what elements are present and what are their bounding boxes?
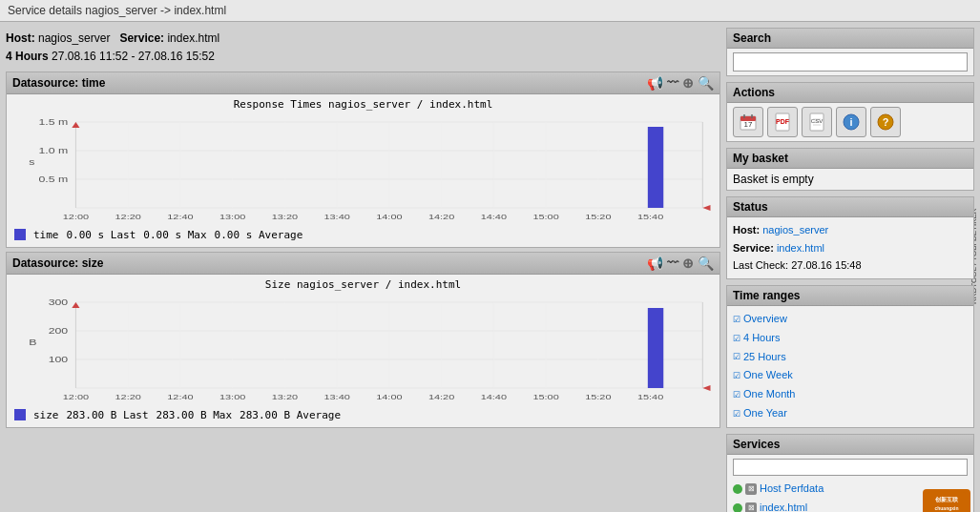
host-value: nagios_server	[38, 31, 110, 45]
svg-text:14:00: 14:00	[376, 393, 402, 401]
datasource-time-header: Datasource: time 📢 〰 ⊕ 🔍	[7, 72, 719, 94]
svg-text:12:00: 12:00	[63, 393, 89, 401]
title-text: Service details nagios_server -> index.h…	[8, 4, 226, 17]
svg-text:14:20: 14:20	[428, 393, 454, 401]
plus-icon-2[interactable]: ⊕	[682, 256, 694, 271]
svg-text:i: i	[849, 116, 852, 128]
datasource-time-box: Datasource: time 📢 〰 ⊕ 🔍 Response Times …	[6, 72, 720, 248]
megaphone-icon[interactable]: 📢	[647, 75, 663, 91]
service-value: index.html	[167, 31, 219, 45]
size-chart-title: Size nagios_server / index.html	[10, 278, 716, 291]
status-service-link[interactable]: index.html	[777, 242, 824, 254]
svg-text:15:20: 15:20	[585, 213, 611, 221]
svg-text:14:20: 14:20	[428, 213, 454, 221]
time-ranges-list: ☑ Overview ☑ 4 Hours ☑ 25 Hours ☑ One We…	[727, 306, 973, 427]
time-legend-color	[14, 229, 26, 240]
status-header: Status	[727, 197, 973, 217]
svg-marker-34	[72, 122, 79, 128]
status-body: Host: nagios_server Service: index.html …	[727, 217, 973, 278]
list-item: ☑ One Month	[733, 385, 968, 404]
size-legend-name: size	[33, 409, 59, 421]
wave-icon[interactable]: 〰	[667, 76, 678, 90]
svg-text:CSV: CSV	[811, 118, 823, 124]
time-chart-title: Response Times nagios_server / index.htm…	[10, 98, 716, 111]
svg-text:300: 300	[49, 297, 69, 307]
datasource-time-content: Response Times nagios_server / index.htm…	[7, 94, 719, 247]
pdf-button[interactable]: PDF	[767, 107, 798, 137]
datasource-time-label: Datasource: time	[12, 76, 105, 90]
tr-one-month[interactable]: ☑ One Month	[733, 385, 968, 404]
svg-text:13:00: 13:00	[219, 393, 245, 401]
search-body	[727, 49, 973, 75]
list-item: ☑ 4 Hours	[733, 329, 968, 348]
service-index-html[interactable]: index.html	[760, 499, 807, 512]
svg-text:15:00: 15:00	[532, 213, 558, 221]
datasource-size-label: Datasource: size	[12, 256, 103, 270]
list-item: ☑ Overview	[733, 310, 968, 329]
info-button[interactable]: i	[836, 107, 866, 137]
time-legend-last: 0.00 s Last	[67, 229, 136, 241]
status-green-dot-2	[733, 503, 742, 512]
svg-text:s: s	[29, 157, 34, 167]
size-legend-last: 283.00 B Last	[67, 409, 149, 421]
size-chart-svg: 300 200 100 B 12:00 12:20 12:40 13:00 13…	[10, 293, 716, 407]
svg-rect-71	[648, 308, 663, 388]
zoom-icon-2[interactable]: 🔍	[698, 256, 714, 271]
service-host-perfdata[interactable]: Host Perfdata	[760, 480, 824, 499]
time-chart-wrapper: 1.5 m 1.0 m 0.5 m s 12:00 12:20 12:40 13…	[10, 113, 716, 227]
svg-text:12:20: 12:20	[115, 213, 140, 221]
status-host-link[interactable]: nagios_server	[762, 224, 828, 236]
datasource-size-box: Datasource: size 📢 〰 ⊕ 🔍 Size nagios_ser…	[6, 252, 720, 428]
list-item: ☑ One Week	[733, 366, 968, 385]
services-search-input[interactable]	[733, 459, 968, 476]
tr-one-week[interactable]: ☑ One Week	[733, 366, 968, 385]
csv-button[interactable]: CSV	[802, 107, 832, 137]
svg-text:17: 17	[744, 120, 753, 129]
search-header: Search	[727, 29, 973, 49]
status-green-dot	[733, 484, 742, 494]
megaphone-icon-2[interactable]: 📢	[647, 256, 663, 271]
services-header: Services	[727, 435, 973, 455]
svg-text:15:20: 15:20	[585, 393, 611, 401]
svg-marker-33	[702, 205, 710, 211]
svg-text:B: B	[29, 338, 36, 347]
size-legend-max: 283.00 B Max	[156, 409, 232, 421]
actions-header: Actions	[727, 83, 973, 103]
chuang-logo: 创新互联 chuangxin	[923, 489, 970, 512]
svg-marker-69	[702, 385, 710, 391]
tr-25hours[interactable]: ☑ 25 Hours	[733, 348, 968, 367]
size-chart-wrapper: 300 200 100 B 12:00 12:20 12:40 13:00 13…	[10, 293, 716, 407]
time-legend-name: time	[33, 229, 59, 241]
status-section: Status Host: nagios_server Service: inde…	[726, 196, 974, 279]
zoom-icon[interactable]: 🔍	[698, 75, 714, 91]
tr-one-year[interactable]: ☑ One Year	[733, 404, 968, 423]
help-button[interactable]: ?	[870, 107, 901, 137]
actions-section: Actions 17 PDF	[726, 82, 974, 142]
svg-text:1.5 m: 1.5 m	[38, 117, 68, 127]
svg-text:13:20: 13:20	[272, 213, 298, 221]
tr-4hours[interactable]: ☑ 4 Hours	[733, 329, 968, 348]
tr-overview[interactable]: ☑ Overview	[733, 310, 968, 329]
time-ranges-header: Time ranges	[727, 286, 973, 306]
wave-icon-2[interactable]: 〰	[667, 256, 678, 270]
size-legend-avg: 283.00 B Average	[240, 409, 341, 421]
service-icon-2: ⊠	[745, 502, 757, 512]
svg-marker-70	[72, 302, 79, 308]
search-input[interactable]	[733, 52, 968, 72]
svg-rect-35	[648, 127, 663, 208]
svg-text:14:00: 14:00	[376, 213, 402, 221]
svg-text:12:40: 12:40	[167, 393, 193, 401]
calendar-button[interactable]: 17	[733, 107, 763, 137]
size-legend-color	[14, 409, 26, 420]
time-legend-avg: 0.00 s Average	[215, 229, 303, 241]
time-chart-area: Response Times nagios_server / index.htm…	[10, 98, 716, 243]
svg-text:15:40: 15:40	[637, 393, 663, 401]
svg-text:15:40: 15:40	[637, 213, 663, 221]
plus-icon[interactable]: ⊕	[682, 75, 694, 91]
my-basket-body: Basket is empty	[727, 169, 973, 190]
svg-text:14:40: 14:40	[481, 393, 507, 401]
host-label: Host:	[6, 31, 35, 45]
svg-text:0.5 m: 0.5 m	[38, 174, 68, 184]
status-last-check-value: 27.08.16 15:48	[791, 259, 861, 271]
list-item: ☑ 25 Hours	[733, 348, 968, 367]
